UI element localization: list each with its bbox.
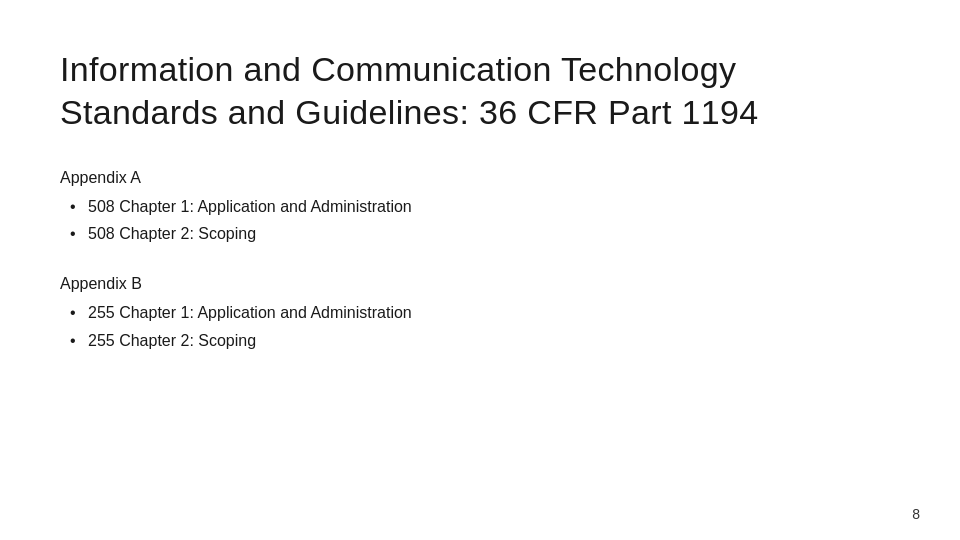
appendix-b-bullet-2: 255 Chapter 2: Scoping (88, 332, 256, 349)
list-item: 508 Chapter 2: Scoping (60, 220, 900, 247)
appendix-b-list: 255 Chapter 1: Application and Administr… (60, 299, 900, 353)
title-line1: Information and Communication Technology (60, 50, 736, 88)
list-item: 255 Chapter 1: Application and Administr… (60, 299, 900, 326)
title-line2: Standards and Guidelines: 36 CFR Part 11… (60, 93, 758, 131)
page-number: 8 (912, 506, 920, 522)
list-item: 255 Chapter 2: Scoping (60, 327, 900, 354)
appendix-a-block: Appendix A 508 Chapter 1: Application an… (60, 169, 900, 247)
appendix-b-bullet-1: 255 Chapter 1: Application and Administr… (88, 304, 412, 321)
appendix-a-list: 508 Chapter 1: Application and Administr… (60, 193, 900, 247)
appendix-a-label: Appendix A (60, 169, 900, 187)
appendix-b-block: Appendix B 255 Chapter 1: Application an… (60, 275, 900, 353)
appendix-a-bullet-2: 508 Chapter 2: Scoping (88, 225, 256, 242)
slide-title: Information and Communication Technology… (60, 48, 900, 133)
appendix-a-bullet-1: 508 Chapter 1: Application and Administr… (88, 198, 412, 215)
title-block: Information and Communication Technology… (60, 48, 900, 133)
slide-container: Information and Communication Technology… (0, 0, 960, 540)
appendix-b-label: Appendix B (60, 275, 900, 293)
list-item: 508 Chapter 1: Application and Administr… (60, 193, 900, 220)
